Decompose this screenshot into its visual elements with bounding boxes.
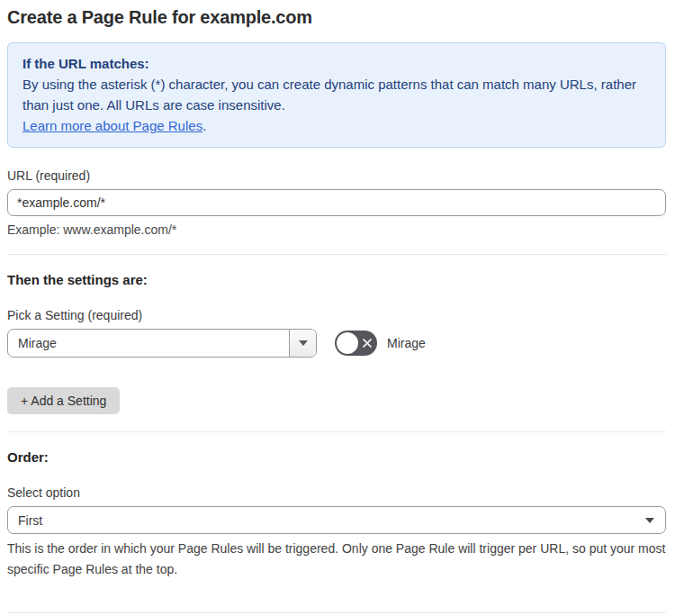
info-link-line: Learn more about Page Rules. [22, 115, 651, 136]
pick-setting-label: Pick a Setting (required) [7, 308, 666, 322]
divider [7, 254, 666, 255]
select-option-label: Select option [7, 485, 666, 500]
order-select-value: First [18, 513, 42, 528]
setting-dropdown-value: Mirage [8, 336, 57, 350]
link-suffix: . [202, 118, 206, 133]
x-icon [362, 338, 373, 349]
settings-heading: Then the settings are: [7, 272, 666, 287]
mirage-toggle[interactable] [335, 331, 377, 356]
toggle-label: Mirage [387, 336, 426, 350]
setting-dropdown-arrow-button[interactable] [289, 330, 316, 357]
url-helper: Example: www.example.com/* [7, 222, 666, 237]
order-helper: This is the order in which your Page Rul… [7, 539, 666, 580]
chevron-down-icon [299, 340, 308, 346]
divider [7, 612, 666, 613]
learn-more-link[interactable]: Learn more about Page Rules [22, 118, 202, 133]
order-select[interactable]: First [7, 506, 666, 534]
create-page-rule-panel: Create a Page Rule for example.com If th… [0, 0, 675, 616]
info-box-body: By using the asterisk (*) character, you… [22, 74, 651, 115]
url-label: URL (required) [7, 168, 666, 183]
divider [7, 431, 666, 432]
order-heading: Order: [7, 449, 666, 465]
page-title: Create a Page Rule for example.com [7, 7, 666, 28]
url-match-info-box: If the URL matches: By using the asteris… [7, 42, 666, 148]
setting-dropdown[interactable]: Mirage [7, 329, 317, 358]
chevron-down-icon [645, 518, 654, 523]
setting-row: Mirage Mirage [7, 329, 666, 358]
info-box-heading: If the URL matches: [22, 53, 651, 74]
add-setting-button[interactable]: + Add a Setting [7, 387, 120, 414]
toggle-knob [337, 332, 358, 354]
mirage-toggle-group: Mirage [335, 331, 426, 356]
url-input[interactable] [7, 189, 666, 216]
